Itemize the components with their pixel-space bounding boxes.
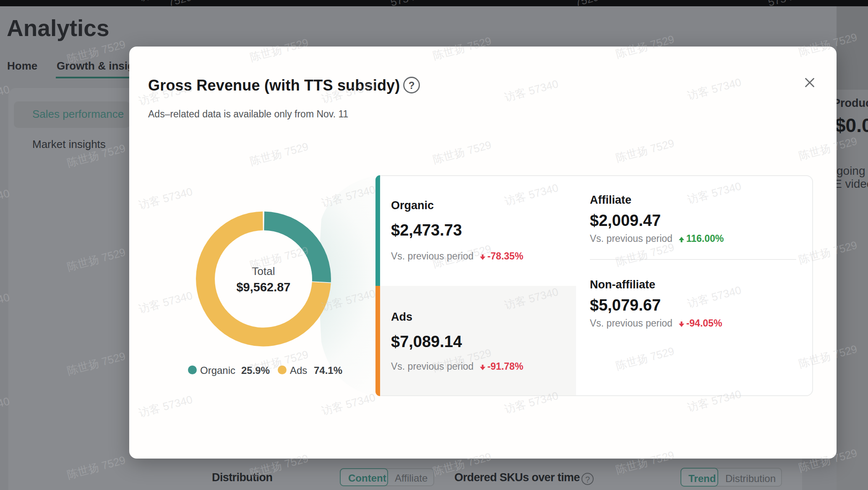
svg-text:?: ? [409,80,415,91]
